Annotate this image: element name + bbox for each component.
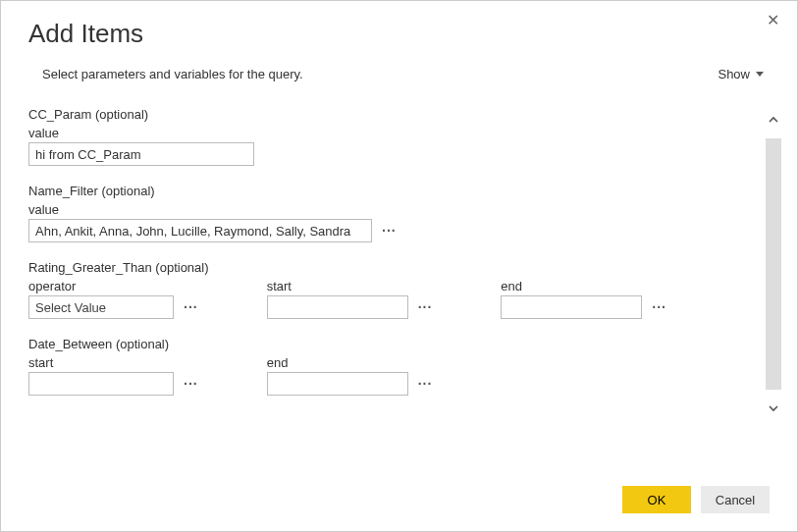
parameters-form: CC_Param (optional) value Name_Filter (o… — [28, 107, 768, 464]
close-icon[interactable]: ✕ — [759, 7, 787, 33]
cc-param-value-field: value — [28, 126, 742, 166]
rating-gt-end-wrap: ··· — [501, 295, 666, 319]
rating-gt-operator-wrap: ··· — [28, 295, 198, 319]
date-between-end-label: end — [267, 355, 433, 370]
date-between-title: Date_Between (optional) — [28, 337, 742, 351]
scroll-up-icon[interactable] — [764, 107, 783, 133]
instructions-row: Select parameters and variables for the … — [1, 67, 797, 91]
date-between-section: Date_Between (optional) start ··· end ··… — [28, 337, 742, 396]
rating-gt-title: Rating_Greater_Than (optional) — [28, 260, 742, 275]
rating-gt-end-field: end ··· — [501, 279, 666, 319]
name-filter-section: Name_Filter (optional) value ··· — [28, 184, 742, 242]
date-between-start-label: start — [28, 355, 198, 370]
date-between-end-input[interactable] — [267, 372, 408, 396]
show-label: Show — [718, 67, 750, 81]
name-filter-value-label: value — [28, 202, 742, 217]
rating-gt-start-field: start ··· — [267, 279, 433, 319]
scroll-down-icon[interactable] — [764, 396, 783, 421]
rating-gt-start-wrap: ··· — [267, 295, 433, 319]
more-icon[interactable]: ··· — [418, 376, 433, 392]
rating-gt-operator-field: operator ··· — [28, 279, 198, 319]
more-icon[interactable]: ··· — [652, 299, 666, 315]
date-between-start-wrap: ··· — [28, 372, 198, 396]
dialog-instructions: Select parameters and variables for the … — [42, 67, 303, 81]
date-between-start-field: start ··· — [28, 355, 198, 396]
name-filter-title: Name_Filter (optional) — [28, 184, 742, 198]
dialog-footer: OK Cancel — [622, 486, 770, 513]
more-icon[interactable]: ··· — [184, 299, 198, 315]
rating-gt-operator-input[interactable] — [28, 295, 174, 319]
date-between-start-input[interactable] — [28, 372, 174, 396]
more-icon[interactable]: ··· — [382, 223, 397, 239]
show-dropdown[interactable]: Show — [718, 67, 764, 81]
rating-gt-row: operator ··· start ··· end — [28, 279, 742, 319]
name-filter-value-input[interactable] — [28, 219, 372, 242]
rating-gt-start-input[interactable] — [267, 295, 408, 319]
ok-button[interactable]: OK — [622, 486, 691, 513]
name-filter-value-field: value ··· — [28, 202, 742, 242]
date-between-end-wrap: ··· — [267, 372, 433, 396]
cc-param-value-input[interactable] — [28, 142, 254, 166]
date-between-end-field: end ··· — [267, 355, 433, 396]
more-icon[interactable]: ··· — [184, 376, 198, 392]
date-between-row: start ··· end ··· — [28, 355, 742, 396]
cc-param-title: CC_Param (optional) — [28, 107, 742, 122]
cc-param-input-wrap — [28, 142, 742, 166]
rating-gt-operator-label: operator — [28, 279, 198, 293]
rating-greater-than-section: Rating_Greater_Than (optional) operator … — [28, 260, 742, 319]
cc-param-value-label: value — [28, 126, 742, 140]
rating-gt-start-label: start — [267, 279, 433, 293]
rating-gt-end-label: end — [501, 279, 666, 293]
scroll-track[interactable] — [766, 138, 781, 390]
cc-param-section: CC_Param (optional) value — [28, 107, 742, 166]
dialog-title: Add Items — [28, 19, 797, 49]
rating-gt-end-input[interactable] — [501, 295, 642, 319]
add-items-dialog: ✕ Add Items Select parameters and variab… — [0, 0, 798, 532]
scrollbar[interactable] — [764, 107, 783, 421]
more-icon[interactable]: ··· — [418, 299, 433, 315]
name-filter-input-wrap: ··· — [28, 219, 742, 242]
chevron-down-icon — [756, 72, 764, 77]
cancel-button[interactable]: Cancel — [701, 486, 770, 513]
